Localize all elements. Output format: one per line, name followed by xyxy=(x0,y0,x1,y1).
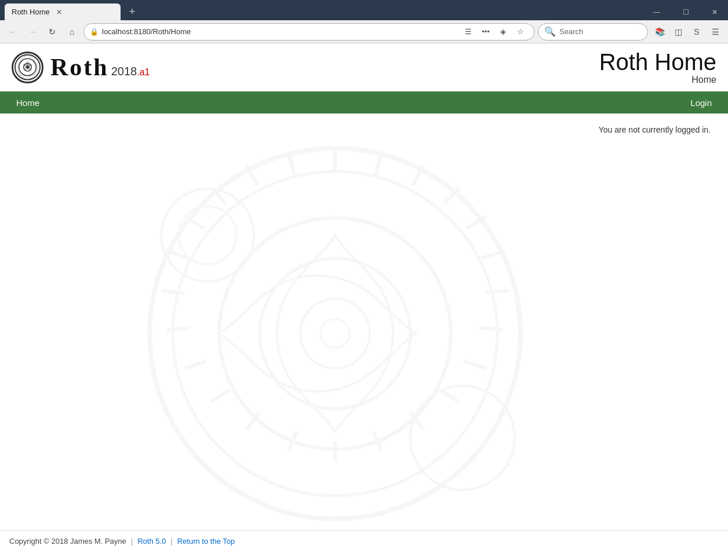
app-title-main: Roth Home xyxy=(599,49,716,75)
sync-icon[interactable]: S xyxy=(689,24,705,40)
svg-line-16 xyxy=(486,291,509,293)
logo-circle: ✦ xyxy=(12,52,43,83)
svg-point-34 xyxy=(161,189,254,281)
svg-line-29 xyxy=(167,251,189,258)
tab-bar: Roth Home ✕ + — ☐ ✕ xyxy=(0,0,728,20)
close-button[interactable]: ✕ xyxy=(701,2,728,22)
main-content: You are not currently logged in. xyxy=(0,114,728,530)
svg-point-36 xyxy=(410,386,515,490)
menu-icon[interactable]: ☰ xyxy=(707,24,723,40)
footer-sep-1: | xyxy=(131,537,133,546)
svg-point-5 xyxy=(173,171,497,496)
search-box[interactable]: 🔍 Search xyxy=(538,23,648,41)
svg-line-30 xyxy=(184,217,203,228)
svg-line-17 xyxy=(480,328,503,330)
svg-line-18 xyxy=(464,361,486,368)
svg-line-26 xyxy=(184,361,206,368)
login-status-message: You are not currently logged in. xyxy=(599,125,711,134)
logo-version-text: 2018 xyxy=(111,65,137,78)
svg-line-15 xyxy=(481,251,503,258)
app-header: ✦ Roth2018.a1 Roth Home Home xyxy=(0,43,728,91)
svg-point-35 xyxy=(179,206,236,264)
svg-line-14 xyxy=(467,217,486,228)
background-watermark xyxy=(0,114,728,530)
svg-line-20 xyxy=(410,412,424,430)
more-options-icon[interactable]: ••• xyxy=(478,24,493,39)
footer-sep-2: | xyxy=(170,537,172,546)
window-controls: — ☐ ✕ xyxy=(643,3,728,20)
active-tab[interactable]: Roth Home ✕ xyxy=(5,3,121,20)
app-area: ✦ Roth2018.a1 Roth Home Home Home Login xyxy=(0,43,728,560)
logo-svg: ✦ xyxy=(13,53,42,82)
svg-line-27 xyxy=(167,328,190,330)
tab-close-button[interactable]: ✕ xyxy=(54,8,64,17)
search-icon: 🔍 xyxy=(544,26,556,37)
svg-point-9 xyxy=(321,319,350,348)
app-logo: ✦ Roth2018.a1 xyxy=(12,52,150,83)
lock-icon: 🔒 xyxy=(90,28,99,36)
bookmark-icon[interactable]: ☆ xyxy=(513,24,528,39)
address-actions: ☰ ••• ◈ ☆ xyxy=(461,24,528,39)
pocket-icon[interactable]: ◈ xyxy=(496,24,511,39)
logo-name: Roth2018.a1 xyxy=(50,53,150,81)
nav-login-link[interactable]: Login xyxy=(683,93,719,112)
roth-version-link[interactable]: Roth 5.0 xyxy=(137,537,166,546)
svg-line-11 xyxy=(376,153,381,175)
svg-line-33 xyxy=(289,153,294,175)
svg-line-24 xyxy=(246,412,260,430)
url-display: localhost:8180/Roth/Home xyxy=(102,27,457,36)
svg-line-31 xyxy=(211,188,226,204)
svg-text:✦: ✦ xyxy=(24,63,31,72)
minimize-button[interactable]: — xyxy=(643,2,670,22)
back-button[interactable]: ← xyxy=(5,24,21,40)
logo-roth-text: Roth xyxy=(50,54,109,80)
svg-line-28 xyxy=(161,291,184,293)
svg-line-12 xyxy=(413,166,424,185)
svg-line-21 xyxy=(373,432,381,451)
library-icon[interactable]: 📚 xyxy=(651,24,668,40)
svg-point-7 xyxy=(260,258,410,409)
svg-line-19 xyxy=(441,390,459,402)
toolbar-icons: 📚 ◫ S ☰ xyxy=(651,24,723,40)
new-tab-button[interactable]: + xyxy=(124,4,140,20)
svg-point-4 xyxy=(150,148,520,519)
svg-line-25 xyxy=(211,390,230,402)
home-button[interactable]: ⌂ xyxy=(64,24,80,40)
reader-icon[interactable]: ☰ xyxy=(461,24,476,39)
svg-line-23 xyxy=(289,432,297,451)
app-title-right: Roth Home Home xyxy=(599,49,716,85)
reload-button[interactable]: ↻ xyxy=(44,24,60,40)
address-box[interactable]: 🔒 localhost:8180/Roth/Home ☰ ••• ◈ ☆ xyxy=(83,23,534,41)
svg-line-32 xyxy=(246,166,257,185)
forward-button[interactable]: → xyxy=(24,24,41,40)
svg-line-13 xyxy=(444,188,459,204)
svg-point-8 xyxy=(300,299,370,368)
sidebar-icon[interactable]: ◫ xyxy=(670,24,686,40)
app-title-sub: Home xyxy=(599,75,716,85)
address-bar-row: ← → ↻ ⌂ 🔒 localhost:8180/Roth/Home ☰ •••… xyxy=(0,20,728,43)
watermark-svg xyxy=(103,119,625,525)
content-message: You are not currently logged in. xyxy=(0,114,728,146)
nav-bar: Home Login xyxy=(0,91,728,114)
footer: Copyright © 2018 James M. Payne | Roth 5… xyxy=(0,530,728,551)
logo-text-group: Roth2018.a1 xyxy=(50,53,150,81)
nav-home-link[interactable]: Home xyxy=(9,93,46,112)
svg-point-6 xyxy=(219,218,451,449)
maximize-button[interactable]: ☐ xyxy=(672,2,699,22)
logo-version-suffix: .a1 xyxy=(137,67,150,77)
tab-title: Roth Home xyxy=(12,8,50,16)
return-to-top-link[interactable]: Return to the Top xyxy=(177,537,235,546)
copyright-text: Copyright © 2018 James M. Payne xyxy=(9,537,126,546)
search-input[interactable]: Search xyxy=(559,27,642,36)
